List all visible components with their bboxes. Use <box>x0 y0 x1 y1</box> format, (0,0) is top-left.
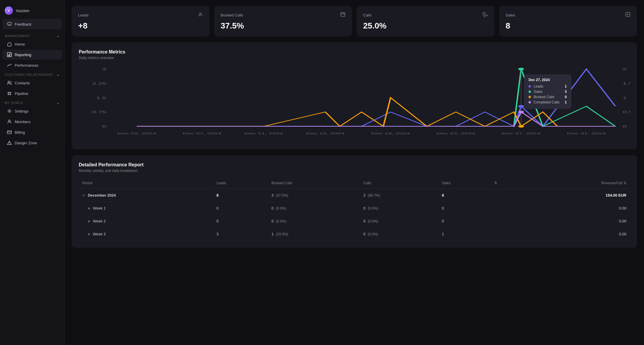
avatar: V <box>5 6 13 15</box>
booked-dot <box>529 96 531 98</box>
feedback-label: Feedback <box>15 22 31 26</box>
sidebar-item-pipeline-label: Pipeline <box>15 91 28 96</box>
tooltip-sales-val: 3 <box>565 90 567 94</box>
chart-container: 3 2.25 1.5 0.75 0 2 1.5 1 0.5 0 Dec 02, … <box>79 66 630 142</box>
sidebar-item-performances-label: Performances <box>15 63 38 68</box>
table-row: ▶ Week 1 0 0 (0.0%) 0 (0.0%) 0 0.00 <box>79 202 630 215</box>
tooltip-leads-val: 1 <box>565 84 567 88</box>
performances-icon <box>7 63 12 68</box>
chevron-up-icon-3: ▲ <box>56 101 60 105</box>
user-profile[interactable]: V Vuzzion <box>0 4 64 19</box>
row-booked: 3 (37.5%) <box>268 189 360 202</box>
col-revenue[interactable]: Revenue/Call ⇅ <box>524 179 630 189</box>
svg-text:Dec 07, 2024: Dec 07, 2024 <box>183 132 222 135</box>
table-card: Detailed Performance Report Monthly, wee… <box>72 155 637 248</box>
row-sales-w2: 0 <box>438 215 491 228</box>
col-booked-calls: Booked Calls <box>268 179 360 189</box>
sidebar-item-members[interactable]: Members <box>2 117 62 127</box>
sidebar-item-settings[interactable]: Settings <box>2 106 62 116</box>
row-leads: 8 <box>213 189 268 202</box>
col-calls: Calls <box>360 179 438 189</box>
contacts-icon <box>7 81 12 85</box>
row-leads-w1: 0 <box>213 202 268 215</box>
feedback-button[interactable]: Feedback <box>2 19 62 29</box>
user-name: Vuzzion <box>16 9 29 13</box>
sidebar-item-reporting-label: Reporting <box>15 53 31 57</box>
chevron-up-icon-2: ▲ <box>56 73 60 76</box>
sidebar-item-home-label: Home <box>15 42 25 46</box>
svg-text:Dec 15, 2024: Dec 15, 2024 <box>306 132 345 135</box>
expand-icon-w2[interactable]: ▶ <box>88 219 90 223</box>
stat-sales-value: 8 <box>506 21 630 31</box>
row-sales: 8 <box>438 189 491 202</box>
section-customer: Customer relationship ▲ <box>0 71 64 78</box>
stat-booked-value: 37.5% <box>221 21 346 31</box>
stat-card-sales: Sales 8 <box>499 6 637 36</box>
row-revenue-w2: 0.00 <box>524 215 630 228</box>
home-icon <box>7 42 12 46</box>
svg-text:Dec 11, 2024: Dec 11, 2024 <box>244 132 283 135</box>
expand-icon-w1[interactable]: ▶ <box>88 206 90 210</box>
sales-icon <box>625 12 630 18</box>
main-content: Leads +8 Booked Calls <box>65 0 644 345</box>
stat-leads-value: +8 <box>78 21 203 31</box>
sales-dot <box>529 91 531 93</box>
tooltip-booked-val: 0 <box>565 95 567 99</box>
sidebar-item-danger-zone[interactable]: Danger Zone <box>2 138 62 148</box>
expand-icon-w3[interactable]: ▶ <box>88 232 90 236</box>
sidebar-item-home[interactable]: Home <box>2 39 62 49</box>
col-sales: Sales <box>438 179 491 189</box>
sidebar-item-contacts[interactable]: Contacts <box>2 78 62 88</box>
col-period: Period <box>79 179 213 189</box>
sidebar-item-danger-label: Danger Zone <box>15 141 37 145</box>
sidebar-item-reporting[interactable]: Reporting <box>2 50 62 60</box>
table-title: Detailed Performance Report <box>79 162 630 168</box>
svg-point-4 <box>9 120 10 122</box>
svg-point-2 <box>8 81 10 83</box>
leads-icon <box>198 12 203 18</box>
stat-card-booked-calls: Booked Calls 37.5% <box>214 6 352 36</box>
sidebar: V Vuzzion Feedback Management ▲ Home Rep… <box>0 0 65 345</box>
completed-dot <box>529 101 531 103</box>
calendar-icon <box>340 12 346 18</box>
row-period-w2: ▶ Week 2 <box>79 215 213 228</box>
svg-text:1: 1 <box>623 96 627 100</box>
svg-point-35 <box>518 125 524 128</box>
reporting-icon <box>7 52 12 57</box>
chart-card: Performance Metrics Daily metrics overvi… <box>72 42 637 149</box>
svg-text:Dec 23, 2024: Dec 23, 2024 <box>437 132 476 135</box>
svg-text:1.5: 1.5 <box>623 82 630 85</box>
sidebar-item-billing[interactable]: Billing <box>2 127 62 137</box>
row-calls-w3: 0 (0.0%) <box>360 228 438 241</box>
svg-rect-5 <box>7 131 11 134</box>
tooltip-completed-row: Completed Calls 1 <box>529 100 567 104</box>
col-sort[interactable]: ⇅ <box>491 179 524 189</box>
stat-cards: Leads +8 Booked Calls <box>72 6 637 36</box>
tooltip-completed-val: 1 <box>565 100 567 104</box>
svg-text:Dec 02, 2024: Dec 02, 2024 <box>117 132 156 135</box>
sidebar-item-performances[interactable]: Performances <box>2 60 62 70</box>
svg-text:0: 0 <box>623 125 627 128</box>
sidebar-item-settings-label: Settings <box>15 109 28 113</box>
svg-rect-7 <box>341 13 345 16</box>
table-row: ▼ December 2024 8 3 (37.5%) 2 (66.7%) 8 … <box>79 189 630 202</box>
svg-point-33 <box>518 105 524 108</box>
sidebar-item-members-label: Members <box>15 120 31 124</box>
table-row: ▶ Week 3 3 1 (33.3%) 0 (0.0%) 1 0.00 <box>79 228 630 241</box>
row-leads-w3: 3 <box>213 228 268 241</box>
stat-leads-label: Leads <box>78 13 88 17</box>
row-booked-w1: 0 (0.0%) <box>268 202 360 215</box>
chart-tooltip: Dec 27, 2024 Leads 1 Sales 3 <box>524 75 571 109</box>
members-icon <box>7 119 12 124</box>
row-revenue-w3: 0.00 <box>524 228 630 241</box>
sidebar-item-pipeline[interactable]: Pipeline <box>2 88 62 98</box>
expand-icon-dec[interactable]: ▼ <box>82 194 85 197</box>
sidebar-item-contacts-label: Contacts <box>15 81 30 85</box>
row-sales-w1: 0 <box>438 202 491 215</box>
svg-text:2: 2 <box>623 68 627 71</box>
svg-text:0.5: 0.5 <box>623 110 630 114</box>
svg-text:2.25: 2.25 <box>92 82 106 85</box>
settings-icon <box>7 109 12 113</box>
row-booked-w3: 1 (33.3%) <box>268 228 360 241</box>
tooltip-leads-row: Leads 1 <box>529 84 567 88</box>
